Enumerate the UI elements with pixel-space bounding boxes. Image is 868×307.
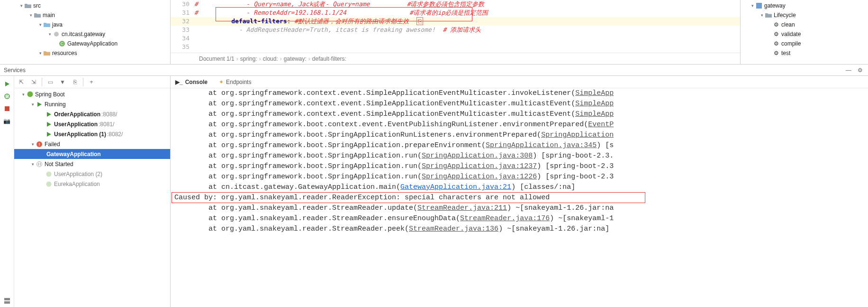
- add-icon[interactable]: +: [87, 78, 96, 86]
- run-icon: [45, 121, 52, 128]
- gear-icon: ⚙: [773, 40, 779, 47]
- minimize-icon[interactable]: —: [844, 66, 853, 74]
- svc-group-running[interactable]: ▾Running: [14, 99, 170, 109]
- chevron-down-icon: ▾: [30, 142, 35, 147]
- svg-point-11: [37, 161, 42, 167]
- maven-goal-compile[interactable]: ⚙compile: [741, 39, 868, 48]
- spring-icon: [45, 171, 52, 177]
- gear-icon: ⚙: [773, 21, 779, 28]
- source-folder-icon: [44, 21, 50, 28]
- code-editor[interactable]: 30# - Query=name, Jack或者- Query=name #请求…: [171, 0, 740, 64]
- svg-point-12: [46, 171, 52, 177]
- folder-label: resources: [52, 50, 77, 56]
- group-icon[interactable]: ⎘: [71, 78, 79, 86]
- layout-button[interactable]: [2, 296, 12, 306]
- tab-console[interactable]: ▶_Console: [173, 77, 209, 87]
- lifecycle-label: Lifecycle: [774, 12, 796, 19]
- svg-point-0: [54, 32, 59, 37]
- module-label: gateway: [764, 2, 786, 9]
- warning-marker-icon: ⎘: [416, 17, 423, 25]
- maven-lifecycle[interactable]: ▾ Lifecycle: [741, 10, 868, 20]
- svg-point-8: [27, 92, 33, 97]
- services-toolbar: ⇱ ⇲ ▭ ▼ ⎘ +: [14, 76, 170, 88]
- spring-icon: [27, 91, 33, 98]
- services-tree: ⇱ ⇲ ▭ ▼ ⎘ + ▾Spring Boot ▾Running OrderA…: [14, 76, 171, 307]
- svg-rect-7: [4, 301, 10, 304]
- chevron-down-icon: ▾: [30, 102, 35, 107]
- console-output[interactable]: at org.springframework.context.event.Sim…: [171, 88, 868, 307]
- tree-folder-src[interactable]: ▾ src: [0, 1, 170, 10]
- tree-folder-main[interactable]: ▾ main: [0, 10, 170, 20]
- maven-panel: ▾ gateway ▾ Lifecycle ⚙clean ⚙validate ⚙…: [740, 0, 868, 64]
- chevron-down-icon: ▾: [19, 3, 24, 8]
- maven-goal-test[interactable]: ⚙test: [741, 48, 868, 58]
- gear-icon[interactable]: ⚙: [856, 66, 864, 74]
- run-icon: [45, 131, 52, 138]
- collapse-all-icon[interactable]: ⇲: [29, 78, 38, 86]
- chevron-down-icon: ▾: [38, 22, 43, 27]
- filter-icon[interactable]: ▼: [58, 78, 67, 86]
- run-icon: [45, 111, 52, 118]
- svg-text:!: !: [39, 142, 40, 147]
- line-number: 32: [171, 17, 194, 26]
- tree-package[interactable]: ▾ cn.itcast.gateway: [0, 29, 170, 39]
- spring-icon: [45, 181, 52, 187]
- run-button[interactable]: [2, 79, 12, 89]
- svc-user-app-1[interactable]: UserApplication (1):8082/: [14, 129, 170, 139]
- svc-eureka-app[interactable]: EurekaApplication: [14, 179, 170, 189]
- svg-rect-6: [4, 298, 10, 300]
- line-number: 31: [171, 9, 194, 17]
- editor-breadcrumb[interactable]: Document 1/1 ›spring: ›cloud: ›gateway: …: [171, 53, 740, 64]
- run-icon: [36, 101, 43, 108]
- expand-all-icon[interactable]: ⇱: [17, 78, 26, 86]
- package-icon: [53, 31, 60, 37]
- chevron-down-icon: ▾: [21, 92, 26, 97]
- svc-gateway-app[interactable]: GatewayApplication: [14, 149, 170, 159]
- chevron-down-icon: ▾: [28, 13, 33, 18]
- folder-icon: [34, 12, 41, 19]
- services-panel-header: Services — ⚙: [0, 65, 868, 76]
- svc-spring-boot[interactable]: ▾Spring Boot: [14, 89, 170, 99]
- svg-text:C: C: [61, 41, 64, 46]
- svc-group-failed[interactable]: ▾!Failed: [14, 139, 170, 149]
- tree-folder-resources[interactable]: ▾ resources: [0, 48, 170, 58]
- breadcrumb-item[interactable]: gateway:: [284, 56, 307, 62]
- camera-icon[interactable]: 📷: [2, 116, 12, 126]
- tree-folder-java[interactable]: ▾ java: [0, 20, 170, 29]
- pause-icon: [36, 161, 43, 167]
- services-title: Services: [4, 67, 26, 74]
- chevron-down-icon: ▾: [47, 32, 52, 37]
- svg-point-13: [46, 181, 52, 186]
- module-icon: [756, 2, 762, 9]
- svc-user-app[interactable]: UserApplication:8081/: [14, 119, 170, 129]
- svg-rect-3: [756, 3, 762, 9]
- svc-group-notstarted[interactable]: ▾Not Started: [14, 159, 170, 169]
- line-number: 35: [171, 43, 194, 51]
- svc-order-app[interactable]: OrderApplication:8088/: [14, 109, 170, 119]
- svg-rect-5: [5, 106, 9, 111]
- terminal-icon: ▶_: [175, 79, 183, 85]
- project-tree-panel: ▾ src ▾ main ▾ java ▾ cn.itcast.gateway …: [0, 0, 171, 64]
- breadcrumb-item[interactable]: cloud:: [263, 56, 278, 62]
- maven-goal-clean[interactable]: ⚙clean: [741, 20, 868, 29]
- breadcrumb-item[interactable]: spring:: [240, 56, 257, 62]
- gear-icon: ⚙: [773, 31, 779, 37]
- debug-button[interactable]: [2, 91, 12, 102]
- svc-user-app-2[interactable]: UserApplication (2): [14, 169, 170, 179]
- chevron-down-icon: ▾: [760, 13, 764, 18]
- folder-label: java: [52, 21, 63, 28]
- maven-goal-validate[interactable]: ⚙validate: [741, 29, 868, 39]
- view-mode-icon[interactable]: ▭: [46, 78, 54, 86]
- chevron-down-icon: ▾: [30, 162, 35, 167]
- console-panel: ▶_Console ✦Endpoints at org.springframew…: [171, 76, 868, 307]
- stop-button[interactable]: [2, 103, 12, 114]
- breadcrumb-item[interactable]: default-filters:: [312, 56, 346, 62]
- maven-module-gateway[interactable]: ▾ gateway: [741, 1, 868, 10]
- tab-endpoints[interactable]: ✦Endpoints: [217, 77, 253, 87]
- tree-class-gateway[interactable]: C GatewayApplication: [0, 39, 170, 48]
- chevron-down-icon: ▾: [38, 51, 43, 56]
- endpoints-icon: ✦: [219, 79, 224, 85]
- folder-label: main: [43, 12, 55, 19]
- folder-label: src: [33, 2, 41, 9]
- error-icon: !: [36, 141, 43, 148]
